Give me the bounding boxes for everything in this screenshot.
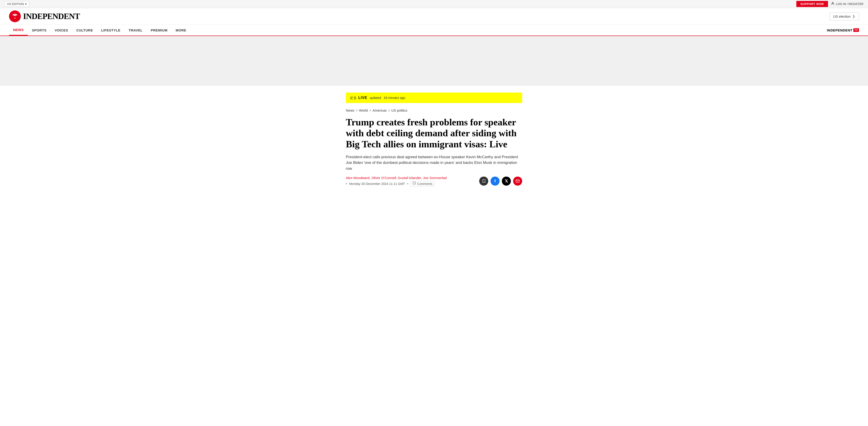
comment-icon — [413, 182, 416, 186]
live-broadcast-icon: ((·)) — [350, 96, 356, 100]
byline: Alex Woodward, Oliver O'Connell, Gustaf … — [346, 176, 522, 186]
byline-authors: Alex Woodward, Oliver O'Connell, Gustaf … — [346, 176, 447, 180]
independent-tv-label: INDEPENDENT — [827, 28, 852, 32]
article-container: ((·)) LIVE updated 18 minutes ago News >… — [341, 86, 527, 196]
nav-item-more[interactable]: MORE — [172, 25, 190, 35]
twitter-x-icon: 𝕏 — [505, 178, 508, 183]
login-button[interactable]: LOG IN / REGISTER — [831, 2, 864, 6]
logo-text: INDEPENDENT — [23, 11, 80, 21]
nav-item-culture[interactable]: CULTURE — [72, 25, 97, 35]
author-joe-sommerlad[interactable]: Joe Sommerlad — [423, 176, 447, 180]
us-election-pill[interactable]: US election ❯ — [829, 12, 859, 20]
bookmark-button[interactable] — [479, 176, 488, 186]
nav-item-news[interactable]: NEWS — [9, 25, 28, 35]
nav-item-lifestyle[interactable]: LIFESTYLE — [97, 25, 124, 35]
ad-banner — [0, 36, 868, 86]
support-now-button[interactable]: SUPPORT NOW — [796, 1, 828, 7]
edition-label: US EDITION — [7, 2, 24, 6]
breadcrumb-world[interactable]: World — [359, 108, 368, 112]
nav-item-sports[interactable]: SPORTS — [28, 25, 51, 35]
main-nav: NEWS SPORTS VOICES CULTURE LIFESTYLE TRA… — [0, 25, 868, 36]
byline-meta: • Monday 30 December 2024 11:11 GMT • Co… — [346, 181, 447, 186]
edition-selector[interactable]: US EDITION ▾ — [4, 1, 29, 7]
top-bar: US EDITION ▾ SUPPORT NOW LOG IN / REGIST… — [0, 0, 868, 8]
nav-item-premium[interactable]: PREMIUM — [147, 25, 172, 35]
facebook-share-button[interactable]: f — [491, 176, 500, 186]
us-election-label: US election — [833, 15, 850, 18]
live-time: 18 minutes ago — [383, 96, 405, 100]
breadcrumb-news[interactable]: News — [346, 108, 354, 112]
chevron-right-icon: ❯ — [852, 15, 855, 18]
byline-bullet: • — [346, 182, 347, 186]
breadcrumb-us-politics[interactable]: US politics — [391, 108, 407, 112]
nav-items: NEWS SPORTS VOICES CULTURE LIFESTYLE TRA… — [9, 25, 190, 35]
svg-point-1 — [14, 15, 16, 16]
nav-item-travel[interactable]: TRAVEL — [125, 25, 147, 35]
live-label: LIVE — [358, 96, 367, 100]
nav-right: INDEPENDENT TV — [827, 28, 859, 32]
article-headline: Trump creates fresh problems for speaker… — [346, 117, 522, 150]
comments-label: Comments — [417, 182, 433, 186]
byline-left: Alex Woodward, Oliver O'Connell, Gustaf … — [346, 176, 447, 186]
twitter-share-button[interactable]: 𝕏 — [502, 176, 511, 186]
author-oliver-oconnell[interactable]: Oliver O'Connell — [371, 176, 396, 180]
svg-point-0 — [832, 2, 833, 4]
author-alex-woodward[interactable]: Alex Woodward — [346, 176, 370, 180]
comments-box[interactable]: Comments — [411, 181, 435, 186]
site-header: INDEPENDENT US election ❯ — [0, 8, 868, 25]
breadcrumb: News > World > Americas > US politics — [346, 108, 522, 112]
email-share-button[interactable] — [513, 176, 522, 186]
logo-icon — [9, 10, 21, 22]
independent-tv-link[interactable]: INDEPENDENT TV — [827, 28, 859, 32]
breadcrumb-americas[interactable]: Americas — [373, 108, 387, 112]
social-share: f 𝕏 — [479, 176, 522, 186]
live-banner: ((·)) LIVE updated 18 minutes ago — [346, 92, 522, 103]
edition-arrow: ▾ — [25, 2, 27, 6]
login-label: LOG IN / REGISTER — [836, 2, 864, 6]
facebook-icon: f — [494, 179, 496, 183]
user-icon — [831, 2, 835, 6]
top-bar-right: SUPPORT NOW LOG IN / REGISTER — [796, 1, 864, 7]
tv-badge: TV — [853, 28, 859, 32]
author-gustaf-kilander[interactable]: Gustaf Kilander — [398, 176, 421, 180]
live-updated-text: updated 18 minutes ago — [370, 96, 405, 100]
logo-link[interactable]: INDEPENDENT — [9, 10, 80, 22]
comments-separator: • — [407, 182, 408, 186]
article-date: Monday 30 December 2024 11:11 GMT — [349, 182, 405, 186]
article-standfirst: President-elect calls previous deal agre… — [346, 154, 522, 172]
nav-item-voices[interactable]: VOICES — [51, 25, 72, 35]
